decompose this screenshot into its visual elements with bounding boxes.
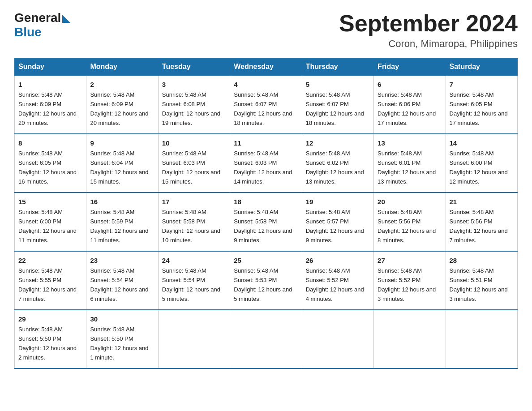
cell-info: Sunrise: 5:48 AMSunset: 5:54 PMDaylight:… [90,267,148,302]
cell-info: Sunrise: 5:48 AMSunset: 5:51 PMDaylight:… [450,267,508,302]
table-row: 1 Sunrise: 5:48 AMSunset: 6:09 PMDayligh… [15,76,86,134]
table-row: 21 Sunrise: 5:48 AMSunset: 5:56 PMDaylig… [446,193,517,251]
day-number: 19 [306,197,370,207]
day-number: 30 [90,314,154,324]
cell-info: Sunrise: 5:48 AMSunset: 5:52 PMDaylight:… [378,267,436,302]
table-row [230,310,302,368]
cell-info: Sunrise: 5:48 AMSunset: 6:04 PMDaylight:… [90,150,148,185]
cell-info: Sunrise: 5:48 AMSunset: 5:56 PMDaylight:… [378,209,436,244]
table-row: 12 Sunrise: 5:48 AMSunset: 6:02 PMDaylig… [302,134,373,193]
cell-info: Sunrise: 5:48 AMSunset: 6:07 PMDaylight:… [306,91,364,126]
cell-info: Sunrise: 5:48 AMSunset: 6:00 PMDaylight:… [18,209,77,244]
table-row: 28 Sunrise: 5:48 AMSunset: 5:51 PMDaylig… [446,251,517,310]
table-row: 20 Sunrise: 5:48 AMSunset: 5:56 PMDaylig… [374,193,446,251]
logo-triangle-icon [62,15,70,23]
table-row [302,310,373,368]
col-thursday: Thursday [302,58,373,76]
calendar-week-row: 8 Sunrise: 5:48 AMSunset: 6:05 PMDayligh… [15,134,518,193]
cell-info: Sunrise: 5:48 AMSunset: 6:09 PMDaylight:… [90,91,148,126]
table-row: 16 Sunrise: 5:48 AMSunset: 5:59 PMDaylig… [86,193,158,251]
col-wednesday: Wednesday [230,58,302,76]
page-subtitle: Coron, Mimaropa, Philippines [339,38,518,50]
table-row [446,310,517,368]
day-number: 25 [234,255,298,265]
day-number: 13 [378,138,442,148]
cell-info: Sunrise: 5:48 AMSunset: 6:03 PMDaylight:… [162,150,220,185]
cell-info: Sunrise: 5:48 AMSunset: 6:06 PMDaylight:… [378,91,436,126]
day-number: 23 [90,255,154,265]
cell-info: Sunrise: 5:48 AMSunset: 6:00 PMDaylight:… [450,150,508,185]
table-row [374,310,446,368]
cell-info: Sunrise: 5:48 AMSunset: 5:54 PMDaylight:… [162,267,220,302]
calendar-table: Sunday Monday Tuesday Wednesday Thursday… [14,58,518,369]
day-number: 15 [18,197,82,207]
cell-info: Sunrise: 5:48 AMSunset: 6:05 PMDaylight:… [18,150,77,185]
cell-info: Sunrise: 5:48 AMSunset: 5:58 PMDaylight:… [162,209,220,244]
cell-info: Sunrise: 5:48 AMSunset: 6:01 PMDaylight:… [378,150,436,185]
day-number: 6 [378,79,442,90]
day-number: 29 [18,314,82,324]
table-row: 15 Sunrise: 5:48 AMSunset: 6:00 PMDaylig… [15,193,86,251]
cell-info: Sunrise: 5:48 AMSunset: 6:09 PMDaylight:… [18,91,77,126]
cell-info: Sunrise: 5:48 AMSunset: 5:59 PMDaylight:… [90,209,148,244]
table-row: 7 Sunrise: 5:48 AMSunset: 6:05 PMDayligh… [446,76,517,134]
col-sunday: Sunday [15,58,86,76]
logo: General Blue [14,11,70,39]
calendar-week-row: 1 Sunrise: 5:48 AMSunset: 6:09 PMDayligh… [15,76,518,134]
logo-blue-text: Blue [14,25,42,39]
table-row: 23 Sunrise: 5:48 AMSunset: 5:54 PMDaylig… [86,251,158,310]
table-row: 18 Sunrise: 5:48 AMSunset: 5:58 PMDaylig… [230,193,302,251]
col-saturday: Saturday [446,58,517,76]
table-row: 6 Sunrise: 5:48 AMSunset: 6:06 PMDayligh… [374,76,446,134]
day-number: 9 [90,138,154,148]
day-number: 21 [450,197,514,207]
table-row: 30 Sunrise: 5:48 AMSunset: 5:50 PMDaylig… [86,310,158,368]
cell-info: Sunrise: 5:48 AMSunset: 6:08 PMDaylight:… [162,91,220,126]
cell-info: Sunrise: 5:48 AMSunset: 5:56 PMDaylight:… [450,209,508,244]
table-row: 19 Sunrise: 5:48 AMSunset: 5:57 PMDaylig… [302,193,373,251]
day-number: 11 [234,138,298,148]
col-tuesday: Tuesday [158,58,230,76]
table-row: 3 Sunrise: 5:48 AMSunset: 6:08 PMDayligh… [158,76,230,134]
table-row: 9 Sunrise: 5:48 AMSunset: 6:04 PMDayligh… [86,134,158,193]
cell-info: Sunrise: 5:48 AMSunset: 6:05 PMDaylight:… [450,91,508,126]
calendar-week-row: 15 Sunrise: 5:48 AMSunset: 6:00 PMDaylig… [15,193,518,251]
table-row: 4 Sunrise: 5:48 AMSunset: 6:07 PMDayligh… [230,76,302,134]
table-row: 25 Sunrise: 5:48 AMSunset: 5:53 PMDaylig… [230,251,302,310]
table-row [158,310,230,368]
cell-info: Sunrise: 5:48 AMSunset: 5:58 PMDaylight:… [234,209,292,244]
day-number: 12 [306,138,370,148]
cell-info: Sunrise: 5:48 AMSunset: 5:57 PMDaylight:… [306,209,364,244]
day-number: 14 [450,138,514,148]
page-header: General Blue September 2024 Coron, Mimar… [14,11,518,50]
title-block: September 2024 Coron, Mimaropa, Philippi… [339,11,518,50]
day-number: 1 [18,79,82,90]
logo-general-text: General [14,11,61,25]
cell-info: Sunrise: 5:48 AMSunset: 5:55 PMDaylight:… [18,267,77,302]
cell-info: Sunrise: 5:48 AMSunset: 5:50 PMDaylight:… [90,326,148,361]
cell-info: Sunrise: 5:48 AMSunset: 6:02 PMDaylight:… [306,150,364,185]
table-row: 22 Sunrise: 5:48 AMSunset: 5:55 PMDaylig… [15,251,86,310]
cell-info: Sunrise: 5:48 AMSunset: 6:03 PMDaylight:… [234,150,292,185]
day-number: 16 [90,197,154,207]
day-number: 26 [306,255,370,265]
table-row: 14 Sunrise: 5:48 AMSunset: 6:00 PMDaylig… [446,134,517,193]
table-row: 24 Sunrise: 5:48 AMSunset: 5:54 PMDaylig… [158,251,230,310]
calendar-week-row: 29 Sunrise: 5:48 AMSunset: 5:50 PMDaylig… [15,310,518,368]
day-number: 24 [162,255,226,265]
cell-info: Sunrise: 5:48 AMSunset: 5:50 PMDaylight:… [18,326,77,361]
col-friday: Friday [374,58,446,76]
day-number: 17 [162,197,226,207]
table-row: 13 Sunrise: 5:48 AMSunset: 6:01 PMDaylig… [374,134,446,193]
table-row: 17 Sunrise: 5:48 AMSunset: 5:58 PMDaylig… [158,193,230,251]
table-row: 2 Sunrise: 5:48 AMSunset: 6:09 PMDayligh… [86,76,158,134]
day-number: 18 [234,197,298,207]
day-number: 7 [450,79,514,90]
day-number: 2 [90,79,154,90]
table-row: 10 Sunrise: 5:48 AMSunset: 6:03 PMDaylig… [158,134,230,193]
page-title: September 2024 [339,11,518,36]
table-row: 29 Sunrise: 5:48 AMSunset: 5:50 PMDaylig… [15,310,86,368]
calendar-header-row: Sunday Monday Tuesday Wednesday Thursday… [15,58,518,76]
table-row: 11 Sunrise: 5:48 AMSunset: 6:03 PMDaylig… [230,134,302,193]
day-number: 27 [378,255,442,265]
